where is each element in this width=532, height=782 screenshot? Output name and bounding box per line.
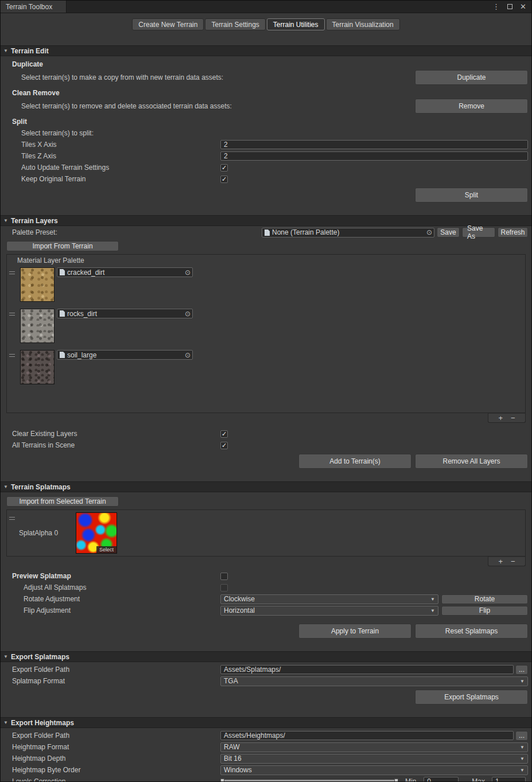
section-terrain-splatmaps[interactable]: ▼ Terrain Splatmaps <box>1 481 531 492</box>
byte-order-row: Heightmap Byte Order Windows ▼ <box>1 764 531 776</box>
clear-existing-checkbox[interactable]: ✓ <box>220 430 228 438</box>
refresh-button[interactable]: Refresh <box>498 227 528 238</box>
max-input[interactable] <box>492 777 526 782</box>
layer-name: soil_large <box>67 351 96 359</box>
tiles-z-row: Tiles Z Axis <box>1 150 531 162</box>
flip-button[interactable]: Flip <box>441 606 528 616</box>
height-depth-row: Heightmap Depth Bit 16 ▼ <box>1 753 531 764</box>
layer-field[interactable]: soil_large ⊙ <box>57 350 193 360</box>
height-folder-label: Export Folder Path <box>12 732 220 740</box>
splat-format-row: Splatmap Format TGA ▼ <box>1 675 531 687</box>
layer-thumbnail[interactable] <box>20 309 55 343</box>
layers-action-row: Add to Terrain(s) Remove All Layers <box>1 451 531 472</box>
clear-existing-row: Clear Existing Layers ✓ <box>1 428 531 439</box>
tab-create-new-terrain[interactable]: Create New Terrain <box>132 18 204 30</box>
maximize-icon[interactable] <box>507 4 512 9</box>
splatmap-thumbnail[interactable]: Select <box>76 512 117 554</box>
remove-button[interactable]: Remove <box>415 99 528 114</box>
export-heightmap-folder-input[interactable] <box>220 731 514 740</box>
object-picker-icon[interactable]: ⊙ <box>426 229 432 236</box>
splatmap-select-button[interactable]: Select <box>96 546 117 553</box>
heightmap-depth-dropdown[interactable]: Bit 16 ▼ <box>220 754 528 764</box>
auto-update-checkbox[interactable]: ✓ <box>220 164 228 172</box>
object-picker-icon[interactable]: ⊙ <box>185 310 191 317</box>
splatmap-format-dropdown[interactable]: TGA ▼ <box>220 676 528 686</box>
export-splatmap-folder-input[interactable] <box>220 665 514 674</box>
object-picker-icon[interactable]: ⊙ <box>185 269 191 276</box>
duplicate-button[interactable]: Duplicate <box>415 70 528 85</box>
heightmap-format-dropdown[interactable]: RAW ▼ <box>220 742 528 752</box>
drag-handle-icon[interactable] <box>9 354 15 357</box>
splat-remove-button[interactable]: − <box>511 558 515 565</box>
apply-to-terrain-button[interactable]: Apply to Terrain <box>298 624 411 639</box>
window-tab[interactable]: Terrain Toolbox <box>1 1 67 13</box>
remove-layer-button[interactable]: − <box>511 414 515 422</box>
reset-splatmaps-button[interactable]: Reset Splatmaps <box>415 624 528 639</box>
slider-track[interactable] <box>220 780 398 782</box>
tiles-x-input[interactable] <box>220 140 528 149</box>
palette-buttons: Save Save As Refresh <box>437 227 528 238</box>
splatmap-action-row: Apply to Terrain Reset Splatmaps <box>1 621 531 642</box>
foldout-icon: ▼ <box>3 654 8 659</box>
tab-terrain-visualization[interactable]: Terrain Visualization <box>326 18 400 30</box>
preview-splatmap-checkbox[interactable] <box>220 573 228 580</box>
import-from-terrain-button[interactable]: Import From Terrain <box>6 241 119 251</box>
remove-description: Select terrain(s) to remove and delete a… <box>21 102 415 110</box>
section-terrain-edit[interactable]: ▼ Terrain Edit <box>1 45 531 56</box>
drag-handle-icon[interactable] <box>9 517 15 520</box>
section-export-heightmaps[interactable]: ▼ Export Heightmaps <box>1 717 531 728</box>
object-picker-icon[interactable]: ⊙ <box>185 352 191 359</box>
add-to-terrains-button[interactable]: Add to Terrain(s) <box>298 454 411 469</box>
heightmap-format-value: RAW <box>224 743 240 751</box>
rotate-adjustment-dropdown[interactable]: Clockwise ▼ <box>220 594 438 604</box>
levels-correction-row: Levels Correction Min Max <box>1 776 531 782</box>
import-from-selected-terrain-button[interactable]: Import from Selected Terrain <box>6 496 119 507</box>
heightmap-byte-order-dropdown[interactable]: Windows ▼ <box>220 765 528 775</box>
slider-min-handle[interactable] <box>220 779 224 782</box>
splatmap-list-panel: SplatAlpha 0 Select <box>6 509 526 557</box>
splat-list-footer-row: + − <box>1 557 531 566</box>
save-button[interactable]: Save <box>437 227 460 238</box>
layer-field[interactable]: rocks_dirt ⊙ <box>57 309 193 318</box>
rotate-adjustment-value: Clockwise <box>224 595 255 603</box>
flip-adjustment-value: Horizontal <box>224 606 255 614</box>
levels-correction-label: Levels Correction <box>12 777 220 782</box>
add-layer-button[interactable]: + <box>498 414 503 422</box>
export-splatmaps-button[interactable]: Export Splatmaps <box>415 690 528 705</box>
layer-list-footer-row: + − <box>1 413 531 423</box>
split-button[interactable]: Split <box>415 188 528 203</box>
rotate-button[interactable]: Rotate <box>441 594 528 604</box>
layer-thumbnail[interactable] <box>20 350 55 384</box>
layer-thumbnail[interactable] <box>20 267 55 302</box>
asset-icon <box>60 352 65 358</box>
auto-update-row: Auto Update Terrain Settings ✓ <box>1 162 531 173</box>
tab-terrain-settings[interactable]: Terrain Settings <box>205 18 265 30</box>
section-export-splatmaps[interactable]: ▼ Export Splatmaps <box>1 651 531 662</box>
layer-list-footer: + − <box>488 413 526 423</box>
keep-original-label: Keep Original Terrain <box>21 175 220 183</box>
close-icon[interactable]: ✕ <box>520 3 526 10</box>
drag-handle-icon[interactable] <box>9 313 15 316</box>
layer-field[interactable]: cracked_dirt ⊙ <box>57 267 193 277</box>
section-terrain-layers[interactable]: ▼ Terrain Layers <box>1 215 531 226</box>
menu-icon[interactable]: ⋮ <box>492 3 500 10</box>
tab-terrain-utilities[interactable]: Terrain Utilities <box>267 18 325 30</box>
slider-max-handle[interactable] <box>394 779 398 782</box>
tiles-z-input[interactable] <box>220 151 528 161</box>
splatmap-browse-button[interactable]: ... <box>515 665 528 675</box>
heightmap-browse-button[interactable]: ... <box>515 731 528 741</box>
keep-original-checkbox[interactable]: ✓ <box>220 176 228 183</box>
flip-adjustment-dropdown[interactable]: Horizontal ▼ <box>220 606 438 616</box>
all-terrains-checkbox[interactable]: ✓ <box>220 442 228 449</box>
remove-all-layers-button[interactable]: Remove All Layers <box>415 454 528 469</box>
drag-handle-icon[interactable] <box>9 271 15 274</box>
splat-add-button[interactable]: + <box>498 558 503 565</box>
min-input[interactable] <box>424 777 459 782</box>
adjust-all-checkbox[interactable] <box>220 584 228 592</box>
save-as-button[interactable]: Save As <box>462 227 495 238</box>
levels-correction-slider[interactable] <box>220 777 398 782</box>
section-title: Terrain Splatmaps <box>11 483 71 491</box>
palette-preset-field[interactable]: None (Terrain Palette) ⊙ <box>262 228 434 238</box>
preview-splatmap-label: Preview Splatmap <box>12 572 220 580</box>
auto-update-label: Auto Update Terrain Settings <box>21 164 220 172</box>
